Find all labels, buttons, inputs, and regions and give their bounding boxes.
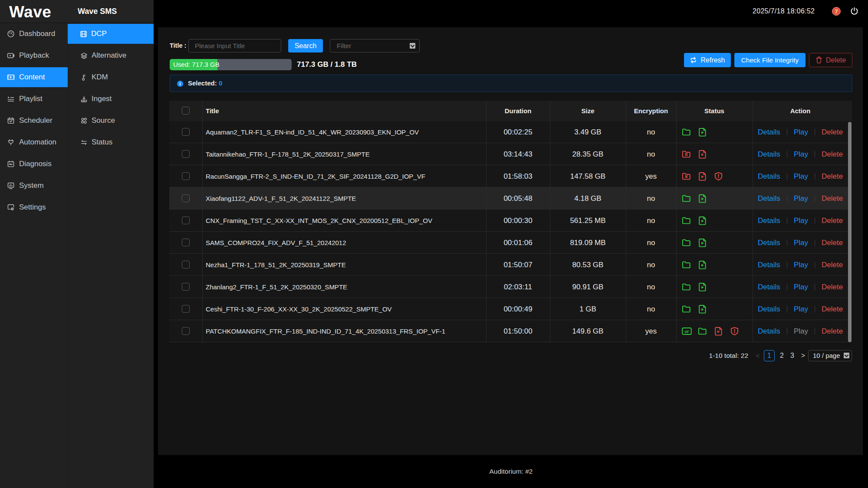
svg-text:VF: VF (684, 330, 689, 334)
